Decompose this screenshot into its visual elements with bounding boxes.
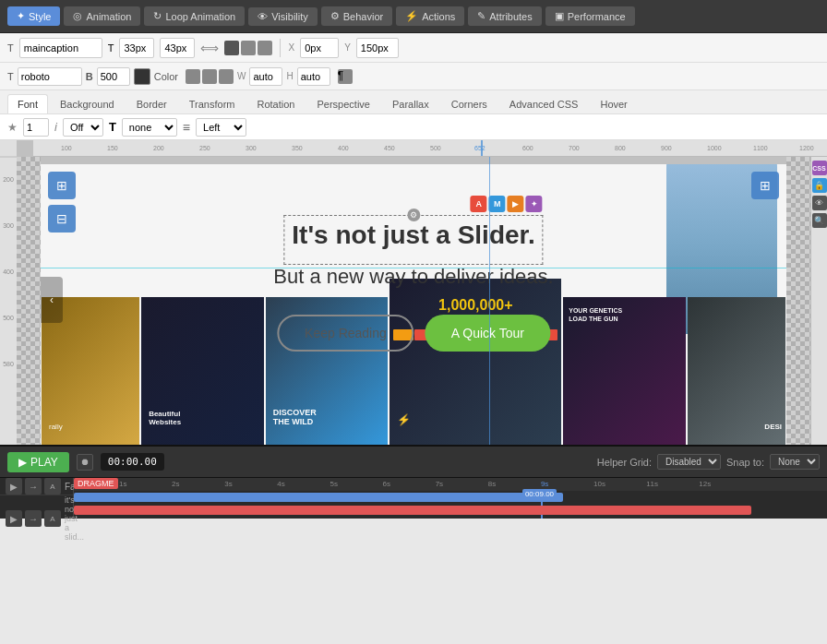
keep-reading-button[interactable]: Keep Reading bbox=[277, 315, 414, 352]
tool-star[interactable]: ✦ bbox=[526, 196, 543, 212]
color-swatch[interactable] bbox=[134, 68, 150, 85]
slide-buttons: Keep Reading A Quick Tour bbox=[273, 315, 553, 352]
arrow-icon: ⟺ bbox=[200, 41, 219, 55]
performance-icon: ▣ bbox=[555, 10, 564, 22]
nav-prev-button[interactable]: ‹ bbox=[41, 277, 63, 323]
track-content-area[interactable]: DRAGME 1s 2s 3s 4s 5s 6s 7s 8s 9s 10s 11… bbox=[74, 478, 827, 519]
vertical-ruler: 200 300 400 500 580 bbox=[0, 140, 17, 445]
tab-parallax[interactable]: Parallax bbox=[382, 94, 439, 113]
align-select[interactable]: Left Center Right bbox=[196, 118, 246, 137]
x-input[interactable] bbox=[300, 38, 339, 58]
size-icon2[interactable] bbox=[202, 69, 217, 84]
font-family-input[interactable] bbox=[18, 67, 82, 86]
color-label: Color bbox=[154, 71, 178, 82]
y-input[interactable] bbox=[356, 38, 399, 58]
text-track-bar[interactable] bbox=[74, 506, 751, 515]
corner-icon-tr[interactable]: ⊞ bbox=[751, 172, 779, 199]
performance-button[interactable]: ▣ Performance bbox=[545, 6, 635, 26]
record-button[interactable]: ⏺ bbox=[77, 454, 93, 471]
quick-tour-button[interactable]: A Quick Tour bbox=[425, 315, 550, 352]
selection-handle[interactable]: A M ▶ ✦ ⚙ It's not just a Slider. bbox=[283, 215, 543, 265]
y-label: Y bbox=[344, 42, 351, 53]
left-checker bbox=[17, 157, 41, 445]
font-weight-input[interactable] bbox=[97, 67, 130, 86]
tab-corners[interactable]: Corners bbox=[441, 94, 497, 113]
time-ruler: DRAGME 1s 2s 3s 4s 5s 6s 7s 8s 9s 10s 11… bbox=[74, 478, 827, 491]
gear-handle[interactable]: ⚙ bbox=[407, 209, 420, 221]
corner-icon-tl[interactable]: ⊞ bbox=[48, 172, 76, 199]
corner-icon-tl2[interactable]: ⊟ bbox=[48, 205, 76, 233]
attributes-button[interactable]: ✎ Attributes bbox=[468, 6, 541, 26]
animation-icon: ◎ bbox=[73, 10, 82, 22]
loop-icon: ↻ bbox=[153, 10, 162, 22]
strip-label-6: DESI bbox=[764, 423, 782, 431]
animation-button[interactable]: ◎ Animation bbox=[64, 6, 140, 26]
tab-border[interactable]: Border bbox=[126, 94, 177, 113]
snap-select[interactable]: None Grid bbox=[770, 454, 820, 470]
tab-rotation[interactable]: Rotation bbox=[246, 94, 305, 113]
tab-perspective[interactable]: Perspective bbox=[306, 94, 379, 113]
caps-icon: T bbox=[109, 120, 116, 134]
size-icon3[interactable] bbox=[219, 69, 234, 84]
star-input[interactable] bbox=[23, 118, 49, 137]
h-label: H bbox=[286, 71, 293, 81]
loop-animation-button[interactable]: ↻ Loop Animation bbox=[144, 6, 245, 26]
visibility-button[interactable]: 👁 Visibility bbox=[248, 7, 318, 26]
type-icon: T bbox=[7, 42, 14, 54]
css-button[interactable]: CSS bbox=[812, 161, 827, 175]
slide-area: A M ▶ ✦ ⚙ It's not just a Slider. But a … bbox=[41, 164, 786, 445]
tool-arrow[interactable]: ▶ bbox=[508, 196, 524, 212]
tab-font[interactable]: Font bbox=[7, 94, 48, 113]
track-arrow-icon[interactable]: → bbox=[25, 478, 42, 495]
tab-background[interactable]: Background bbox=[50, 94, 125, 113]
strip-label-2: BeautifulWebsites bbox=[149, 410, 181, 426]
italic-select[interactable]: Off On bbox=[63, 118, 103, 137]
size-icon1[interactable] bbox=[186, 69, 200, 84]
track-text-icon[interactable]: A bbox=[44, 478, 61, 495]
caps-select[interactable]: none uppercase lowercase bbox=[122, 118, 177, 137]
track-play-icon[interactable]: ▶ bbox=[6, 478, 22, 495]
align-right-icon[interactable] bbox=[258, 41, 272, 55]
actions-button[interactable]: ⚡ Actions bbox=[396, 6, 464, 26]
eye-button[interactable]: 👁 bbox=[812, 196, 827, 210]
timeline-tracks-area: ▶ → A Fade ▶ → A it's not just a slid...… bbox=[0, 478, 827, 519]
svg-text:700: 700 bbox=[569, 145, 580, 151]
tool-m[interactable]: M bbox=[489, 196, 506, 212]
svg-text:652: 652 bbox=[474, 145, 485, 151]
time-display: 00:00.00 bbox=[101, 453, 164, 471]
track-icons2: ▶ → A bbox=[6, 510, 61, 527]
svg-text:1000: 1000 bbox=[707, 145, 722, 151]
play-icon: ▶ bbox=[18, 456, 27, 469]
font-size1-input[interactable] bbox=[119, 38, 154, 58]
slide-heading: It's not just a Slider. bbox=[292, 220, 534, 251]
tab-transform[interactable]: Transform bbox=[179, 94, 246, 113]
w-input[interactable] bbox=[249, 67, 282, 86]
tool-a[interactable]: A bbox=[471, 196, 487, 212]
lock-button[interactable]: 🔒 bbox=[812, 178, 827, 193]
font-name-input[interactable] bbox=[19, 38, 102, 58]
align-left-icon[interactable] bbox=[224, 41, 239, 55]
toolbar-row2: T T ⟺ X Y bbox=[0, 33, 827, 63]
align-icons bbox=[224, 41, 272, 55]
font-size2-input[interactable] bbox=[160, 38, 195, 58]
tab-advanced-css[interactable]: Advanced CSS bbox=[499, 94, 589, 113]
svg-text:500: 500 bbox=[430, 145, 441, 151]
style-button[interactable]: ✦ Style bbox=[7, 6, 60, 26]
track-arrow-icon2[interactable]: → bbox=[25, 510, 42, 527]
track-text-icon2[interactable]: A bbox=[44, 510, 61, 527]
h-input[interactable] bbox=[297, 67, 330, 86]
helper-grid-select[interactable]: Disabled Enabled bbox=[657, 454, 721, 470]
snap-label: Snap to: bbox=[726, 457, 764, 468]
canvas-sidebar-wrapper: A M ▶ ✦ ⚙ It's not just a Slider. But a … bbox=[17, 157, 827, 445]
tab-hover[interactable]: Hover bbox=[590, 94, 637, 113]
paragraph-icon[interactable]: ¶ bbox=[338, 69, 353, 84]
behavior-button[interactable]: ⚙ Behavior bbox=[321, 6, 392, 26]
font-options-row: ★ i Off On T none uppercase lowercase ≡ … bbox=[0, 114, 827, 140]
search-sidebar-button[interactable]: 🔍 bbox=[812, 213, 827, 228]
fade-track-bar[interactable] bbox=[74, 493, 563, 502]
play-button[interactable]: ▶ PLAY bbox=[7, 452, 69, 472]
helper-grid-label: Helper Grid: bbox=[597, 457, 652, 468]
align-center-icon[interactable] bbox=[241, 41, 256, 55]
track-play-icon2[interactable]: ▶ bbox=[6, 510, 22, 527]
horizontal-ruler: 100 150 200 250 300 350 400 450 500 652 … bbox=[33, 140, 827, 157]
